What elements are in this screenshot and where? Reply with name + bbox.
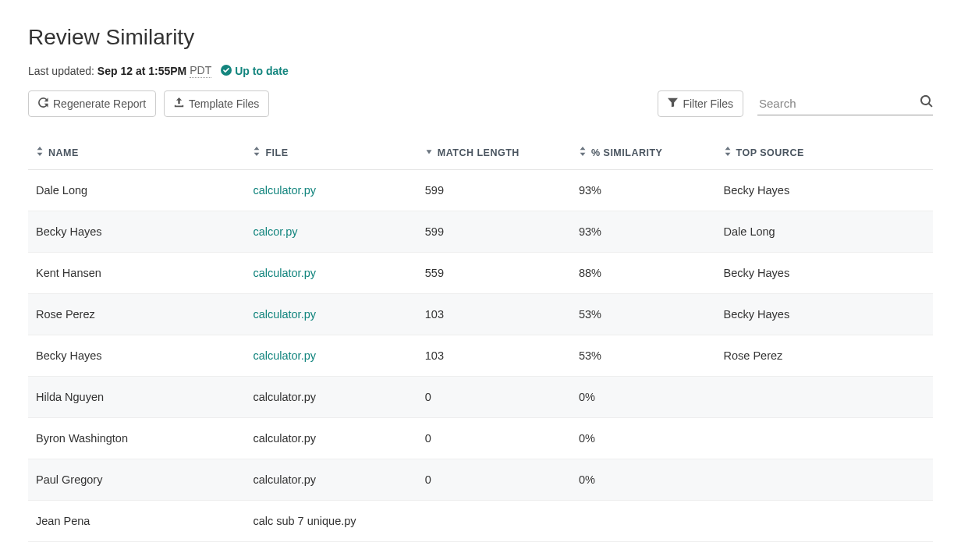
cell-name: Becky Hayes [28, 335, 245, 377]
sort-icon [36, 147, 44, 158]
cell-file: calc sub 7 unique.py [245, 501, 417, 542]
cell-name: Hilda Nguyen [28, 377, 245, 418]
col-file-label: FILE [265, 147, 288, 158]
cell-match-length: 599 [417, 211, 571, 253]
cell-similarity: 53% [571, 294, 716, 335]
table-row: Paul Gregorycalculator.py00% [28, 459, 933, 501]
cell-top-source [716, 459, 933, 501]
similarity-table: NAME FILE MATCH LENGTH % SIMILARITY [28, 139, 933, 542]
table-row: Kent Hansencalculator.py55988%Becky Haye… [28, 253, 933, 294]
cell-match-length: 599 [417, 170, 571, 211]
template-files-button[interactable]: Template Files [164, 90, 269, 117]
col-similarity-header[interactable]: % SIMILARITY [579, 147, 662, 158]
filter-icon [668, 97, 678, 110]
col-name-label: NAME [48, 147, 79, 158]
col-top-source-header[interactable]: TOP SOURCE [724, 147, 804, 158]
cell-similarity: 0% [571, 418, 716, 459]
cell-name: Byron Washington [28, 418, 245, 459]
cell-top-source [716, 418, 933, 459]
cell-name: Kent Hansen [28, 253, 245, 294]
last-updated-timestamp: Sep 12 at 1:55PM [98, 65, 186, 77]
cell-similarity: 88% [571, 253, 716, 294]
cell-top-source: Becky Hayes [716, 253, 933, 294]
cell-similarity: 0% [571, 377, 716, 418]
sort-icon [253, 147, 261, 158]
table-row: Jean Penacalc sub 7 unique.py [28, 501, 933, 542]
cell-name: Paul Gregory [28, 459, 245, 501]
sort-icon [724, 147, 732, 158]
cell-match-length: 559 [417, 253, 571, 294]
status-line: Last updated: Sep 12 at 1:55PM PDT Up to… [28, 64, 933, 78]
cell-file: calculator.py [245, 377, 417, 418]
cell-name: Rose Perez [28, 294, 245, 335]
col-name-header[interactable]: NAME [36, 147, 79, 158]
refresh-icon [38, 97, 48, 110]
col-similarity-label: % SIMILARITY [591, 147, 662, 158]
cell-similarity: 0% [571, 459, 716, 501]
table-row: Becky Hayescalculator.py10353%Rose Perez [28, 335, 933, 377]
cell-file: calculator.py [245, 459, 417, 501]
search-input[interactable] [757, 92, 933, 115]
cell-top-source [716, 377, 933, 418]
table-row: Byron Washingtoncalculator.py00% [28, 418, 933, 459]
cell-file[interactable]: calcor.py [245, 211, 417, 253]
cell-name: Becky Hayes [28, 211, 245, 253]
status-badge: Up to date [221, 65, 288, 78]
cell-similarity: 53% [571, 335, 716, 377]
col-match-length-header[interactable]: MATCH LENGTH [425, 147, 520, 158]
regenerate-report-label: Regenerate Report [53, 97, 146, 110]
upload-icon [174, 97, 184, 110]
cell-file[interactable]: calculator.py [245, 170, 417, 211]
cell-match-length: 0 [417, 418, 571, 459]
sort-icon [579, 147, 587, 158]
last-updated-label: Last updated: [28, 65, 94, 77]
cell-file[interactable]: calculator.py [245, 253, 417, 294]
table-row: Rose Perezcalculator.py10353%Becky Hayes [28, 294, 933, 335]
status-badge-text: Up to date [235, 65, 288, 77]
search-icon[interactable] [920, 95, 933, 111]
cell-similarity: 93% [571, 211, 716, 253]
template-files-label: Template Files [189, 97, 259, 110]
cell-match-length: 0 [417, 377, 571, 418]
cell-top-source [716, 501, 933, 542]
col-match-length-label: MATCH LENGTH [438, 147, 520, 158]
page-title: Review Similarity [28, 25, 933, 50]
check-circle-icon [221, 65, 232, 78]
cell-file[interactable]: calculator.py [245, 294, 417, 335]
cell-file: calculator.py [245, 418, 417, 459]
cell-top-source: Becky Hayes [716, 294, 933, 335]
table-row: Hilda Nguyencalculator.py00% [28, 377, 933, 418]
cell-top-source: Becky Hayes [716, 170, 933, 211]
cell-top-source: Dale Long [716, 211, 933, 253]
cell-match-length: 103 [417, 294, 571, 335]
cell-match-length [417, 501, 571, 542]
col-file-header[interactable]: FILE [253, 147, 288, 158]
cell-name: Jean Pena [28, 501, 245, 542]
cell-match-length: 103 [417, 335, 571, 377]
regenerate-report-button[interactable]: Regenerate Report [28, 90, 156, 117]
table-row: Dale Longcalculator.py59993%Becky Hayes [28, 170, 933, 211]
sort-desc-icon [425, 147, 433, 158]
filter-files-button[interactable]: Filter Files [658, 90, 743, 117]
cell-top-source: Rose Perez [716, 335, 933, 377]
search-field [757, 92, 933, 115]
toolbar: Regenerate Report Template Files Filter … [28, 90, 933, 117]
table-row: Becky Hayescalcor.py59993%Dale Long [28, 211, 933, 253]
cell-name: Dale Long [28, 170, 245, 211]
col-top-source-label: TOP SOURCE [736, 147, 804, 158]
cell-similarity: 93% [571, 170, 716, 211]
cell-similarity [571, 501, 716, 542]
cell-match-length: 0 [417, 459, 571, 501]
cell-file[interactable]: calculator.py [245, 335, 417, 377]
filter-files-label: Filter Files [683, 97, 733, 110]
last-updated-timezone[interactable]: PDT [190, 64, 211, 78]
